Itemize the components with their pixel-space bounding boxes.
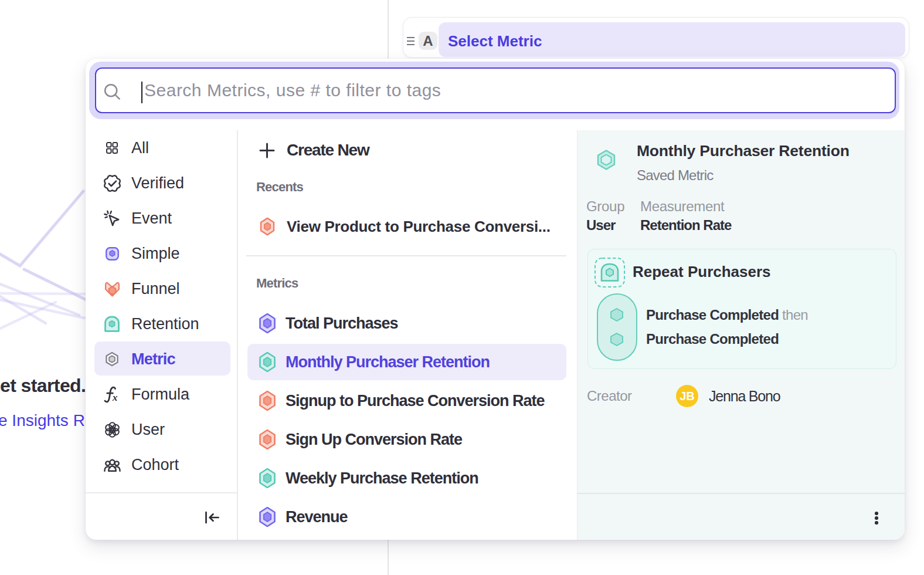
svg-text:x: x bbox=[111, 391, 117, 402]
